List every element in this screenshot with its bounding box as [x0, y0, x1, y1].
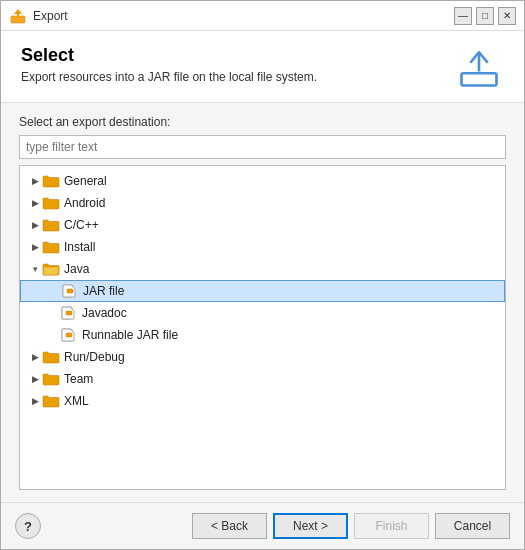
- expand-arrow: ▶: [28, 372, 42, 386]
- export-dialog: Export — □ ✕ Select Export resources int…: [0, 0, 525, 550]
- tree-item-label: Android: [64, 196, 501, 210]
- header-subtitle: Export resources into a JAR file on the …: [21, 70, 317, 84]
- tree-item-java[interactable]: ▾ Java: [20, 258, 505, 280]
- tree-item-label: General: [64, 174, 501, 188]
- tree-item-run-debug[interactable]: ▶ Run/Debug: [20, 346, 505, 368]
- folder-icon: [42, 262, 60, 276]
- header-text-area: Select Export resources into a JAR file …: [21, 45, 317, 84]
- dialog-footer: ? < Back Next > Finish Cancel: [1, 502, 524, 549]
- folder-icon: [42, 394, 60, 408]
- window-icon: [9, 7, 27, 25]
- finish-button: Finish: [354, 513, 429, 539]
- tree-item-install[interactable]: ▶ Install: [20, 236, 505, 258]
- folder-icon: [42, 240, 60, 254]
- tree-item-runnable-jar[interactable]: Runnable JAR file: [20, 324, 505, 346]
- footer-left: ?: [15, 513, 41, 539]
- tree-item-label: Javadoc: [82, 306, 501, 320]
- tree-item-label: Team: [64, 372, 501, 386]
- export-icon: [454, 45, 504, 90]
- folder-icon: [42, 174, 60, 188]
- svg-rect-5: [67, 289, 73, 293]
- minimize-button[interactable]: —: [454, 7, 472, 25]
- cancel-button[interactable]: Cancel: [435, 513, 510, 539]
- tree-item-label: Java: [64, 262, 501, 276]
- expand-arrow: ▶: [28, 174, 42, 188]
- next-button[interactable]: Next >: [273, 513, 348, 539]
- expand-arrow: ▶: [28, 394, 42, 408]
- tree-item-xml[interactable]: ▶ XML: [20, 390, 505, 412]
- expand-arrow: ▶: [28, 350, 42, 364]
- tree-item-label: Run/Debug: [64, 350, 501, 364]
- svg-rect-9: [66, 333, 72, 337]
- help-button[interactable]: ?: [15, 513, 41, 539]
- close-button[interactable]: ✕: [498, 7, 516, 25]
- maximize-button[interactable]: □: [476, 7, 494, 25]
- tree-item-android[interactable]: ▶ Android: [20, 192, 505, 214]
- tree-item-team[interactable]: ▶ Team: [20, 368, 505, 390]
- tree-item-label: C/C++: [64, 218, 501, 232]
- folder-icon: [42, 196, 60, 210]
- folder-icon: [42, 372, 60, 386]
- folder-icon: [42, 350, 60, 364]
- tree-item-label: JAR file: [83, 284, 500, 298]
- tree-item-javadoc[interactable]: Javadoc: [20, 302, 505, 324]
- tree-item-cpp[interactable]: ▶ C/C++: [20, 214, 505, 236]
- header-title: Select: [21, 45, 317, 66]
- window-controls: — □ ✕: [454, 7, 516, 25]
- file-icon: [61, 284, 79, 298]
- file-icon: [60, 306, 78, 320]
- tree-container: ▶ General▶ Android▶ C/C++▶ Install▾ Java…: [19, 165, 506, 490]
- svg-rect-2: [462, 73, 497, 85]
- expand-arrow: ▶: [28, 240, 42, 254]
- window-title: Export: [33, 9, 454, 23]
- dialog-content: Select an export destination: ▶ General▶…: [1, 103, 524, 502]
- section-label: Select an export destination:: [19, 115, 506, 129]
- tree-item-label: Install: [64, 240, 501, 254]
- tree-item-label: Runnable JAR file: [82, 328, 501, 342]
- expand-arrow: ▾: [28, 262, 42, 276]
- expand-arrow: ▶: [28, 218, 42, 232]
- tree-item-label: XML: [64, 394, 501, 408]
- footer-buttons: < Back Next > Finish Cancel: [192, 513, 510, 539]
- expand-arrow: ▶: [28, 196, 42, 210]
- back-button[interactable]: < Back: [192, 513, 267, 539]
- folder-icon: [42, 218, 60, 232]
- tree-item-jar-file[interactable]: JAR file: [20, 280, 505, 302]
- file-icon: [60, 328, 78, 342]
- titlebar: Export — □ ✕: [1, 1, 524, 31]
- tree-item-general[interactable]: ▶ General: [20, 170, 505, 192]
- svg-rect-7: [66, 311, 72, 315]
- dialog-header: Select Export resources into a JAR file …: [1, 31, 524, 103]
- filter-input[interactable]: [19, 135, 506, 159]
